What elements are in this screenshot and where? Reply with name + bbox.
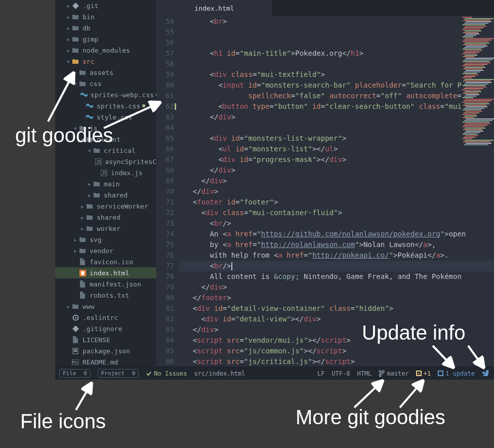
code-line[interactable]: </div> <box>179 176 494 186</box>
svg-text:JS: JS <box>96 160 101 165</box>
code-line[interactable]: <br> <box>179 16 494 27</box>
code-line[interactable]: <ul id="monsters-list"></ul> <box>179 144 494 154</box>
folder-src-icon <box>71 57 79 65</box>
code-line[interactable]: <script src="vendor/mui.js"></script> <box>179 335 494 346</box>
tree-item-vendor[interactable]: ▸vendor <box>55 245 156 256</box>
code-lines[interactable]: <br> <h1 id="main-title">Pokedex.org</h1… <box>179 16 494 366</box>
tree-item--eslintrc[interactable]: .eslintrc <box>55 312 156 323</box>
package-updates[interactable]: 1 update <box>438 370 475 377</box>
language-mode[interactable]: HTML <box>357 370 372 377</box>
tree-item-js[interactable]: ▾js <box>55 123 156 134</box>
tree-item-www[interactable]: ▸www <box>55 301 156 312</box>
tree-item-asyncspritesc[interactable]: JSasyncSpritesC <box>55 156 156 167</box>
folder-icon <box>78 124 87 132</box>
code-line[interactable]: <div id="detail-view-container" class="h… <box>179 303 494 314</box>
tree-item-critical[interactable]: ▾critical <box>55 145 156 156</box>
code-line[interactable]: An <a href="https://github.com/nolanlaws… <box>179 229 494 239</box>
folder-icon <box>71 302 79 310</box>
find-file-button[interactable]: File 0 <box>59 369 91 378</box>
git-branch[interactable]: master <box>379 370 408 377</box>
tree-item-main[interactable]: ▸main <box>55 178 156 189</box>
tree-item-package-json[interactable]: package.json <box>55 345 156 356</box>
find-project-button[interactable]: Project 0 <box>98 369 139 378</box>
file-icon <box>71 336 79 344</box>
code-line[interactable]: spellcheck="false" autocorrect="off" aut… <box>179 91 494 101</box>
code-line[interactable]: <script src="js/common.js"></script> <box>179 346 494 356</box>
tree-item-gimp[interactable]: ▸gimp <box>55 33 156 45</box>
tree-item-robots-txt[interactable]: robots.txt <box>55 290 156 301</box>
css-icon <box>80 91 88 99</box>
code-line[interactable]: <script src="js/critical.js"></script> <box>179 356 494 366</box>
tree-item-sprites-css[interactable]: sprites.css <box>55 100 156 111</box>
minimap[interactable] <box>461 16 494 158</box>
chevron-right-icon: ▸ <box>65 14 71 20</box>
file-path[interactable]: src/index.html <box>194 370 245 377</box>
code-line[interactable]: <div class="mui-textfield"> <box>179 69 494 80</box>
tree-item-node-modules[interactable]: ▸node_modules <box>55 45 156 56</box>
line-number: 76 <box>156 250 174 261</box>
tree-item-favicon-ico[interactable]: favicon.ico <box>55 256 156 267</box>
tree-item-license[interactable]: LICENSE <box>55 334 156 345</box>
tree-item-shared[interactable]: ▸shared <box>55 212 156 223</box>
folder-icon <box>86 202 94 210</box>
tree-item--gitignore[interactable]: .gitignore <box>55 323 156 334</box>
code-line[interactable]: <button type="button" id="clear-search-b… <box>179 101 494 112</box>
code-line[interactable]: </div> <box>179 165 494 176</box>
linter-status[interactable]: No Issues <box>146 370 187 377</box>
tree-item-shared[interactable]: ▸shared <box>55 189 156 200</box>
code-line[interactable]: <br/> <box>179 261 494 271</box>
chevron-down-icon: ▾ <box>72 80 78 87</box>
code-line[interactable]: </div> <box>179 186 494 197</box>
code-line[interactable]: <div id="progress-mask"></div> <box>179 154 494 165</box>
tree-item-db[interactable]: ▸db <box>55 22 156 33</box>
code-line[interactable]: <h1 id="main-title">Pokedex.org</h1> <box>179 48 494 59</box>
tree-item-worker[interactable]: ▸worker <box>55 223 156 234</box>
code-line[interactable]: <div id="monsters-list-wrapper"> <box>179 133 494 144</box>
code-line[interactable] <box>179 59 494 69</box>
tree-item-label: index.js <box>111 169 143 177</box>
folder-icon <box>71 24 79 32</box>
code-line[interactable]: <div class="mui-container-fluid"> <box>179 208 494 218</box>
code-line[interactable]: </div> <box>179 324 494 335</box>
code-line[interactable]: </footer> <box>179 293 494 303</box>
tree-item-css[interactable]: ▾css <box>55 78 156 89</box>
tree-item-label: node_modules <box>83 47 130 54</box>
folder-icon <box>78 68 87 76</box>
tree-item-client[interactable]: ▾client <box>55 134 156 145</box>
code-line[interactable]: All content is &copy; Nintendo, Game Fre… <box>179 271 494 282</box>
tree-item-label: favicon.ico <box>90 258 133 266</box>
tree-item-assets[interactable]: ▸assets <box>55 67 156 78</box>
code-line[interactable]: <br/> <box>179 218 494 229</box>
code-line[interactable] <box>179 123 494 133</box>
tree-item-index-html[interactable]: index.html <box>55 267 156 278</box>
tab-index-html[interactable]: index.html <box>156 0 273 16</box>
file-tree-sidebar[interactable]: ▸.git▸bin▸db▸gimp▸node_modules▾src▸asset… <box>55 0 156 366</box>
code-line[interactable]: <footer id="footer"> <box>179 197 494 208</box>
tree-item-index-js[interactable]: JSindex.js <box>55 167 156 178</box>
tree-item-readme-md[interactable]: README.md <box>55 356 156 366</box>
code-line[interactable]: </div> <box>179 282 494 293</box>
tree-item-bin[interactable]: ▸bin <box>55 11 156 22</box>
tree-item-style-css[interactable]: style.css <box>55 111 156 123</box>
code-line[interactable]: <input id="monsters-search-bar" placehol… <box>179 80 494 91</box>
tree-item-src[interactable]: ▾src <box>55 56 156 67</box>
code-line[interactable]: by <a href="http://nolanlawson.com">Nola… <box>179 239 494 250</box>
tree-item-sprites-webp-css[interactable]: sprites-webp.css <box>55 89 156 100</box>
git-icon <box>71 324 79 333</box>
code-line[interactable] <box>179 27 494 37</box>
tree-item-label: assets <box>90 69 113 76</box>
line-ending[interactable]: LF <box>317 370 324 377</box>
code-line[interactable] <box>179 37 494 48</box>
git-diff-count[interactable]: + +1 <box>416 370 431 377</box>
code-line[interactable]: with help from <a href="http://pokeapi.c… <box>179 250 494 261</box>
code-line[interactable]: <div id="detail-view"></div> <box>179 314 494 324</box>
tree-item-manifest-json[interactable]: manifest.json <box>55 278 156 290</box>
tree-item-serviceworker[interactable]: ▸serviceWorker <box>55 200 156 212</box>
release-notes-button[interactable] <box>482 370 490 378</box>
tree-item--git[interactable]: ▸.git <box>55 0 156 11</box>
code-area[interactable]: 5455565758596061626364656667686970717273… <box>156 16 494 366</box>
code-line[interactable]: </div> <box>179 112 494 123</box>
tree-item-svg[interactable]: ▸svg <box>55 234 156 245</box>
tree-item-label: LICENSE <box>83 336 110 344</box>
encoding[interactable]: UTF-8 <box>332 370 350 377</box>
